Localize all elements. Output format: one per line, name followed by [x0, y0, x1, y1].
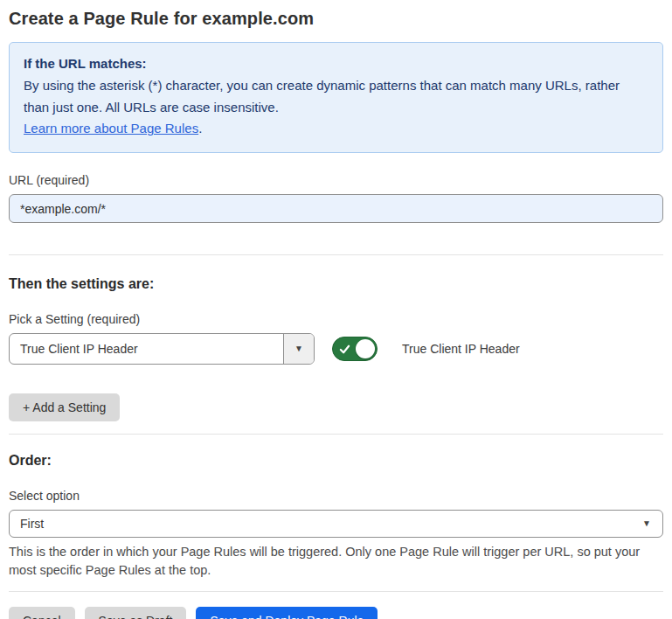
- chevron-down-icon: ▼: [642, 519, 651, 528]
- toggle-knob: [356, 339, 375, 358]
- setting-toggle-group: True Client IP Header: [332, 337, 520, 361]
- check-icon: [339, 344, 350, 355]
- add-setting-button[interactable]: + Add a Setting: [9, 393, 120, 421]
- toggle-label: True Client IP Header: [402, 342, 520, 356]
- setting-select-arrow-button[interactable]: ▼: [283, 334, 314, 364]
- pick-setting-label: Pick a Setting (required): [9, 312, 663, 326]
- info-box-link-line: Learn more about Page Rules.: [24, 118, 648, 140]
- order-select-value: First: [20, 517, 44, 531]
- link-period: .: [198, 121, 202, 136]
- page-rule-form: Create a Page Rule for example.com If th…: [0, 0, 672, 619]
- save-as-draft-button[interactable]: Save as Draft: [85, 607, 187, 619]
- chevron-down-icon: ▼: [294, 344, 303, 353]
- url-match-info-box: If the URL matches: By using the asteris…: [9, 42, 663, 153]
- divider: [9, 591, 663, 592]
- cancel-button[interactable]: Cancel: [9, 607, 75, 619]
- order-select[interactable]: First ▼: [9, 510, 663, 538]
- info-box-body: By using the asterisk (*) character, you…: [24, 75, 648, 119]
- url-input[interactable]: [9, 194, 663, 223]
- info-box-heading: If the URL matches:: [24, 53, 648, 75]
- footer-actions: Cancel Save as Draft Save and Deploy Pag…: [9, 607, 663, 619]
- setting-select-value: True Client IP Header: [10, 334, 283, 364]
- order-section-heading: Order:: [9, 453, 663, 469]
- divider: [9, 254, 663, 255]
- page-title: Create a Page Rule for example.com: [9, 9, 663, 29]
- order-help-text: This is the order in which your Page Rul…: [9, 543, 663, 580]
- url-field-label: URL (required): [9, 173, 663, 187]
- learn-more-link[interactable]: Learn more about Page Rules: [24, 121, 198, 136]
- settings-section-heading: Then the settings are:: [9, 276, 663, 292]
- true-client-ip-toggle[interactable]: [332, 337, 378, 361]
- divider: [9, 434, 663, 435]
- order-select-label: Select option: [9, 489, 663, 503]
- save-and-deploy-button[interactable]: Save and Deploy Page Rule: [196, 607, 378, 619]
- setting-select[interactable]: True Client IP Header ▼: [9, 333, 315, 365]
- setting-row: True Client IP Header ▼ True Client IP H…: [9, 333, 663, 365]
